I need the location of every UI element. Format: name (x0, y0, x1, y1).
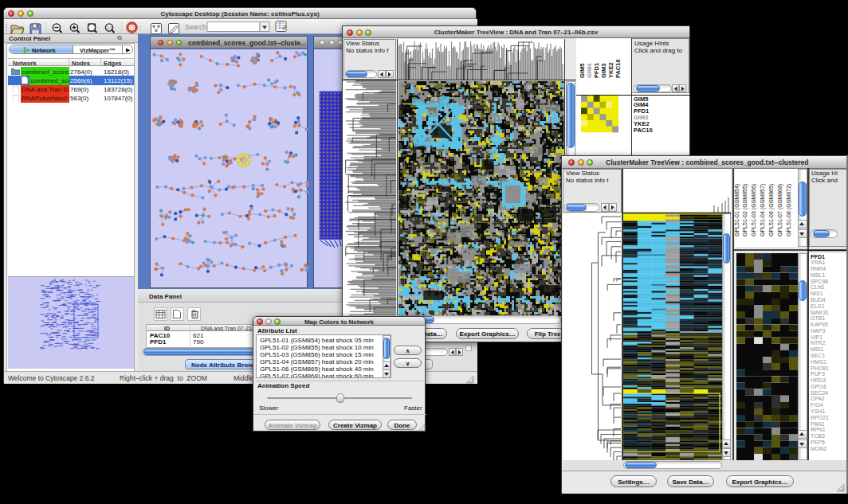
svg-text:GPL51-03 (GSM856): GPL51-03 (GSM856) (751, 184, 757, 236)
svg-text:GPL51-06 (GSM865): GPL51-06 (GSM865) (768, 184, 775, 236)
svg-text:GPL51-08 (GSM872): GPL51-08 (GSM872) (786, 184, 792, 236)
svg-text:GPL51-01 (GSM854): GPL51-01 (GSM854) (734, 184, 740, 236)
svg-text:GPL51-04 (GSM857): GPL51-04 (GSM857) (760, 184, 766, 236)
svg-text:GPL51-07 (GSM868): GPL51-07 (GSM868) (777, 184, 783, 236)
svg-text:GPL51-02 (GSM855): GPL51-02 (GSM855) (742, 184, 748, 236)
